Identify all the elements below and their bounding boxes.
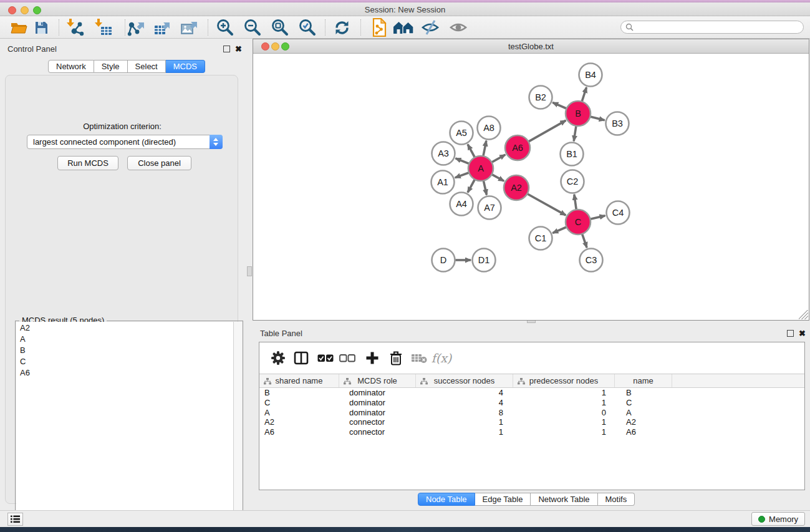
column-mapping-icon <box>344 378 351 385</box>
function-builder-button[interactable]: f(x) <box>431 347 452 369</box>
network-graph[interactable]: AA1A2A3A4A5A6A7A8BB1B2B3B4CC1C2C3C4DD1 <box>253 54 809 320</box>
cell: dominator <box>339 408 416 418</box>
table-row-a[interactable]: Adominator80A <box>259 408 804 418</box>
graph-node-C4[interactable]: C4 <box>607 201 630 225</box>
split-columns-button[interactable] <box>291 347 312 369</box>
table-row-a6[interactable]: A6connector11A6 <box>259 427 804 437</box>
table-settings-button[interactable] <box>268 347 289 369</box>
memory-button[interactable]: Memory <box>751 512 805 526</box>
graph-node-B3[interactable]: B3 <box>606 112 629 135</box>
list-item[interactable]: B <box>16 344 234 355</box>
column-header-filler <box>672 374 804 387</box>
tab-select[interactable]: Select <box>128 60 166 73</box>
graph-node-D[interactable]: D <box>432 249 455 272</box>
search-field[interactable] <box>620 21 804 34</box>
cell: C <box>259 398 339 408</box>
search-input[interactable] <box>636 23 803 32</box>
graph-node-A7[interactable]: A7 <box>478 196 501 220</box>
deselect-all-button[interactable] <box>337 347 358 369</box>
export-table-icon <box>153 18 172 37</box>
run-mcds-button[interactable]: Run MCDS <box>57 156 118 170</box>
import-network-button[interactable] <box>64 17 87 37</box>
close-panel-icon[interactable]: ✖ <box>799 329 806 338</box>
graph-node-C3[interactable]: C3 <box>580 249 603 272</box>
tab-node-table[interactable]: Node Table <box>418 493 475 506</box>
graph-node-A3[interactable]: A3 <box>432 142 455 165</box>
tab-style[interactable]: Style <box>94 60 128 73</box>
graph-node-B[interactable]: B <box>566 101 591 126</box>
graph-node-D1[interactable]: D1 <box>473 249 496 272</box>
list-item[interactable]: C <box>16 355 234 367</box>
column-header-mcds-role[interactable]: MCDS role <box>339 374 416 387</box>
zoom-in-button[interactable] <box>214 17 236 37</box>
column-header-successor-nodes[interactable]: successor nodes <box>416 374 513 387</box>
refresh-button[interactable] <box>330 17 353 37</box>
show-eye-button[interactable] <box>447 17 470 37</box>
tab-mcds[interactable]: MCDS <box>166 60 205 73</box>
close-panel-button[interactable]: Close panel <box>127 156 191 170</box>
zoom-out-button[interactable] <box>241 17 264 37</box>
import-table-button[interactable] <box>92 17 115 37</box>
column-header-shared-name[interactable]: shared name <box>259 374 339 387</box>
table-row-a2[interactable]: A2connector11A2 <box>259 417 804 427</box>
list-item[interactable]: A6 <box>16 367 234 378</box>
open-session-button[interactable] <box>7 17 30 37</box>
home-button[interactable] <box>392 17 415 37</box>
graph-node-A6[interactable]: A6 <box>505 135 530 160</box>
add-column-button[interactable] <box>362 347 383 369</box>
save-session-button[interactable] <box>30 17 52 37</box>
graph-node-A[interactable]: A <box>468 156 493 181</box>
tab-motifs[interactable]: Motifs <box>598 493 635 506</box>
graph-node-B1[interactable]: B1 <box>561 143 584 166</box>
delete-column-button[interactable] <box>385 347 407 369</box>
node-label: B3 <box>612 118 623 128</box>
graph-edge-A2-C[interactable] <box>526 193 566 215</box>
graph-node-A1[interactable]: A1 <box>432 171 455 194</box>
export-table-button[interactable] <box>152 17 174 37</box>
graph-node-A4[interactable]: A4 <box>450 193 473 216</box>
column-header-name[interactable]: name <box>615 374 672 387</box>
graph-node-B2[interactable]: B2 <box>529 86 552 109</box>
zoom-selected-button[interactable] <box>296 17 319 37</box>
zoom-out-icon <box>243 18 262 37</box>
criterion-value: largest connected component (directed) <box>27 137 210 147</box>
export-image-button[interactable] <box>178 17 201 37</box>
network-document-button[interactable] <box>367 17 390 37</box>
graph-node-A5[interactable]: A5 <box>450 122 473 145</box>
list-item[interactable]: A2 <box>16 322 234 333</box>
table-row-b[interactable]: Bdominator41B <box>259 388 804 398</box>
graph-node-B4[interactable]: B4 <box>579 64 602 87</box>
eye-icon <box>448 20 468 35</box>
vertical-splitter-grip[interactable] <box>247 266 252 276</box>
graph-node-A8[interactable]: A8 <box>478 117 501 140</box>
cell-filler <box>672 398 804 408</box>
select-all-button[interactable] <box>315 347 336 369</box>
graph-edge-A6-B[interactable] <box>527 120 566 143</box>
task-history-button[interactable] <box>7 513 23 526</box>
float-panel-icon[interactable] <box>223 46 230 52</box>
network-canvas[interactable]: AA1A2A3A4A5A6A7A8BB1B2B3B4CC1C2C3C4DD1 <box>253 54 809 320</box>
graph-node-C2[interactable]: C2 <box>561 170 584 193</box>
zoom-fit-button[interactable] <box>269 17 291 37</box>
table-row-c[interactable]: Cdominator41C <box>259 398 804 408</box>
tab-network-table[interactable]: Network Table <box>531 493 597 506</box>
tab-edge-table[interactable]: Edge Table <box>475 493 531 506</box>
graph-node-C1[interactable]: C1 <box>529 227 552 250</box>
close-panel-icon[interactable]: ✖ <box>235 44 242 54</box>
column-header-predecessor-nodes[interactable]: predecessor nodes <box>513 374 615 387</box>
mcds-result-list[interactable]: A2ABCA6 <box>16 322 234 529</box>
cell: A2 <box>615 417 672 427</box>
trash-icon <box>390 351 402 365</box>
cell: 1 <box>416 417 513 427</box>
delete-table-button[interactable] <box>408 347 430 369</box>
hide-detail-button[interactable] <box>419 17 441 37</box>
criterion-dropdown[interactable]: largest connected component (directed) <box>27 135 223 149</box>
list-scrollbar[interactable] <box>233 322 242 529</box>
graph-node-A2[interactable]: A2 <box>504 175 529 200</box>
export-network-button[interactable] <box>125 17 148 37</box>
tab-network[interactable]: Network <box>48 60 94 73</box>
window-resize-grip[interactable] <box>799 310 808 319</box>
list-item[interactable]: A <box>16 333 234 344</box>
float-panel-icon[interactable] <box>787 330 794 337</box>
graph-node-C[interactable]: C <box>566 210 591 235</box>
